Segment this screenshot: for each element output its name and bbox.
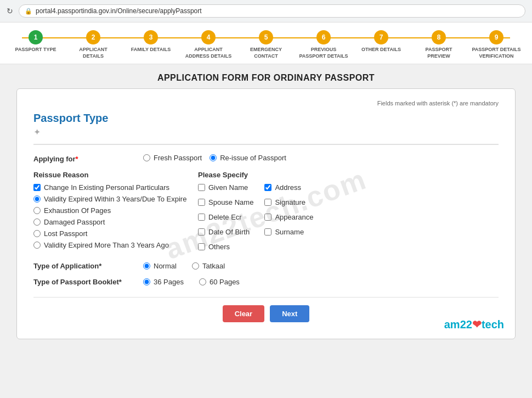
specify-others[interactable]: Others: [198, 243, 253, 251]
app-type-tatkaal[interactable]: Tatkaal: [192, 262, 225, 270]
radio-booklet-36pages[interactable]: [143, 278, 150, 285]
mandatory-note: Fields marked with asterisk (*) are mand…: [33, 100, 499, 106]
step-label-1: PASSPORT TYPE: [15, 47, 56, 53]
step-label-5: EMERGENCY CONTACT: [241, 47, 291, 59]
reissue-reason-lost[interactable]: Lost Passport: [33, 229, 187, 238]
checkbox-spouse_name[interactable]: [198, 199, 205, 206]
label-damaged: Damaged Passport: [44, 218, 105, 226]
specify-surname[interactable]: Surname: [264, 228, 313, 236]
label-specify-address: Address: [275, 183, 301, 192]
step-item-9: 9PASSPORT DETAILS VERIFICATION: [472, 30, 521, 59]
button-row: Clear Next: [33, 297, 499, 322]
checkbox-surname[interactable]: [264, 228, 271, 236]
specify-spouse_name[interactable]: Spouse Name: [198, 198, 253, 206]
applying-for-option-fresh[interactable]: Fresh Passport: [143, 154, 202, 162]
main-card: am22tech.com Fields marked with asterisk…: [16, 88, 516, 339]
please-specify-col: Please Specify Given NameSpouse NameDele…: [198, 171, 499, 254]
label-validity_more: Validity Expired More Than 3 Years Ago: [44, 241, 169, 249]
radio-validity_more[interactable]: [33, 242, 41, 249]
reissue-reason-change_particulars[interactable]: Change In Existing Personal Particulars: [33, 183, 187, 192]
step-item-7: 7OTHER DETAILS: [356, 30, 406, 53]
two-col-section: Reissue Reason Change In Existing Person…: [33, 171, 499, 254]
brand-heart: ❤: [472, 318, 482, 330]
step-label-9: PASSPORT DETAILS VERIFICATION: [472, 47, 521, 59]
compass-icon: ✦: [33, 127, 499, 137]
specify-signature[interactable]: Signature: [264, 198, 313, 206]
reissue-reason-validity_more[interactable]: Validity Expired More Than 3 Years Ago: [33, 241, 187, 249]
radio-validity_3yrs[interactable]: [33, 195, 41, 203]
type-of-application-options: NormalTatkaal: [143, 262, 233, 270]
specify-col2: AddressSignatureAppearanceSurname: [264, 183, 313, 254]
radio-app-type-tatkaal[interactable]: [192, 262, 199, 270]
checkbox-address[interactable]: [264, 184, 271, 191]
applying-for-option-reissue[interactable]: Re-issue of Passport: [210, 154, 286, 162]
checkbox-date_of_birth[interactable]: [198, 228, 205, 236]
step-item-4: 4APPLICANT ADDRESS DETAILS: [184, 30, 233, 59]
booklet-type-60pages[interactable]: 60 Pages: [199, 278, 240, 286]
label-specify-spouse_name: Spouse Name: [208, 198, 253, 206]
step-circle-3: 3: [144, 30, 158, 44]
label-change_particulars: Change In Existing Personal Particulars: [44, 183, 169, 192]
label-specify-date_of_birth: Date Of Birth: [208, 228, 250, 236]
step-circle-2: 2: [86, 30, 100, 44]
step-circle-6: 6: [316, 30, 331, 44]
step-circle-1: 1: [29, 30, 43, 44]
browser-bar: ↻ 🔒 portal4.passportindia.gov.in/Online/…: [0, 0, 532, 23]
booklet-type-36pages[interactable]: 36 Pages: [143, 278, 184, 286]
label-app-type-tatkaal: Tatkaal: [202, 262, 225, 270]
radio-exhaustion[interactable]: [33, 207, 41, 214]
type-of-application-row: Type of Application* NormalTatkaal: [33, 262, 499, 270]
step-circle-4: 4: [201, 30, 216, 44]
label-reissue: Re-issue of Passport: [220, 154, 286, 162]
specify-delete_ecr[interactable]: Delete Ecr: [198, 213, 253, 221]
reissue-reason-damaged[interactable]: Damaged Passport: [33, 218, 187, 226]
address-bar: 🔒 portal4.passportindia.gov.in/Online/se…: [19, 4, 525, 18]
please-specify-title: Please Specify: [198, 171, 499, 179]
radio-lost[interactable]: [33, 230, 41, 237]
radio-damaged[interactable]: [33, 218, 41, 226]
type-of-booklet-label: Type of Passport Booklet*: [33, 278, 143, 286]
label-specify-surname: Surname: [275, 228, 304, 236]
label-booklet-36pages: 36 Pages: [154, 278, 184, 286]
checkbox-appearance[interactable]: [264, 214, 271, 221]
brand-right: tech: [482, 318, 504, 330]
radio-reissue[interactable]: [210, 154, 217, 161]
label-lost: Lost Passport: [44, 229, 88, 238]
lock-icon: 🔒: [25, 8, 32, 15]
reissue-reason-validity_3yrs[interactable]: Validity Expired Within 3 Years/Due To E…: [33, 195, 187, 203]
specify-given_name[interactable]: Given Name: [198, 183, 253, 192]
page-title-section: APPLICATION FORM FOR ORDINARY PASSPORT: [0, 64, 532, 88]
reissue-reasons-container: Change In Existing Personal ParticularsV…: [33, 183, 187, 249]
specify-address[interactable]: Address: [264, 183, 313, 192]
reissue-reason-exhaustion[interactable]: Exhaustion Of Pages: [33, 206, 187, 215]
checkbox-change_particulars[interactable]: [33, 184, 41, 191]
refresh-icon[interactable]: ↻: [7, 7, 13, 15]
radio-booklet-60pages[interactable]: [199, 278, 206, 285]
step-circle-7: 7: [374, 30, 388, 44]
clear-button[interactable]: Clear: [223, 305, 265, 322]
app-type-normal[interactable]: Normal: [143, 262, 177, 270]
step-circle-9: 9: [489, 30, 503, 44]
specify-col1: Given NameSpouse NameDelete EcrDate Of B…: [198, 183, 253, 254]
specify-date_of_birth[interactable]: Date Of Birth: [198, 228, 253, 236]
checkbox-given_name[interactable]: [198, 184, 205, 191]
step-label-4: APPLICANT ADDRESS DETAILS: [184, 47, 233, 59]
label-specify-appearance: Appearance: [275, 213, 313, 221]
step-label-7: OTHER DETAILS: [361, 47, 401, 53]
checkbox-others[interactable]: [198, 243, 205, 250]
specify-appearance[interactable]: Appearance: [264, 213, 313, 221]
brand-left: am22: [444, 318, 472, 330]
step-circle-8: 8: [432, 30, 446, 44]
type-of-booklet-row: Type of Passport Booklet* 36 Pages60 Pag…: [33, 278, 499, 286]
type-of-booklet-options: 36 Pages60 Pages: [143, 278, 247, 286]
radio-app-type-normal[interactable]: [143, 262, 150, 270]
radio-fresh[interactable]: [143, 154, 150, 161]
step-item-5: 5EMERGENCY CONTACT: [241, 30, 291, 59]
url-text: portal4.passportindia.gov.in/Online/secu…: [36, 7, 202, 15]
applying-for-label: Applying for*: [33, 154, 143, 163]
progress-steps: 1PASSPORT TYPE2APPLICANT DETAILS3FAMILY …: [0, 23, 532, 64]
checkbox-delete_ecr[interactable]: [198, 214, 205, 221]
label-booklet-60pages: 60 Pages: [210, 278, 240, 286]
next-button[interactable]: Next: [270, 305, 309, 322]
checkbox-signature[interactable]: [264, 199, 271, 206]
